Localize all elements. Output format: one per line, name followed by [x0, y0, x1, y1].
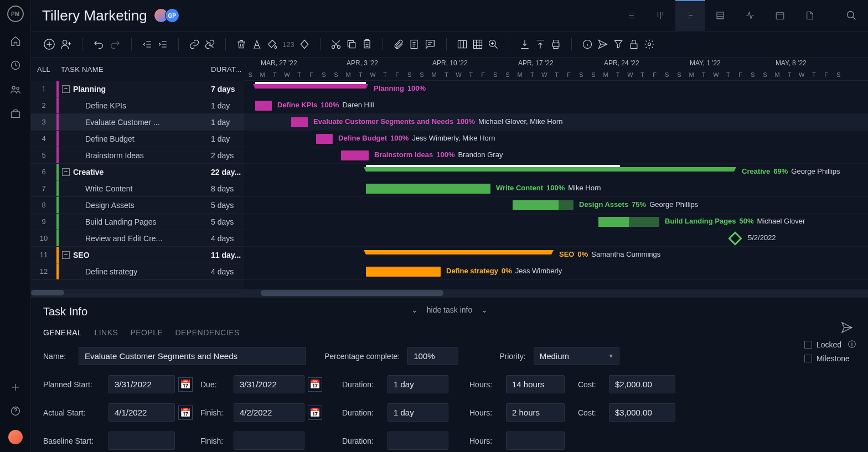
outdent-icon[interactable] [142, 39, 153, 50]
calendar-icon[interactable]: 📅 [178, 406, 193, 420]
paste-icon[interactable] [361, 39, 373, 50]
help-icon[interactable] [10, 406, 21, 417]
grid-icon[interactable] [472, 39, 483, 50]
locked-checkbox[interactable]: Lockedⓘ [804, 340, 856, 350]
task-row[interactable]: 11−SEO11 day... [31, 247, 244, 263]
priority-select[interactable] [534, 347, 619, 365]
task-row[interactable]: 5Brainstorm Ideas2 days [31, 147, 244, 164]
task-bar[interactable] [316, 134, 333, 144]
name-field[interactable] [79, 347, 306, 365]
gantt-row[interactable]: Planning100% [244, 81, 868, 97]
gantt-row[interactable]: 5/2/2022 [244, 230, 868, 247]
finish-field[interactable] [234, 403, 304, 422]
collapse-icon[interactable]: − [62, 168, 70, 176]
task-bar[interactable] [366, 184, 490, 194]
undo-icon[interactable] [92, 38, 105, 50]
redo-icon[interactable] [109, 38, 121, 50]
col-all[interactable]: ALL [31, 65, 56, 74]
task-row[interactable]: 6−Creative22 day... [31, 164, 244, 180]
baseline-finish-field[interactable] [234, 432, 304, 450]
tasklist-scrollbar[interactable] [31, 289, 244, 297]
calendar-view-icon[interactable] [765, 0, 795, 31]
gantt-row[interactable]: Creative69%George Phillips [244, 164, 868, 180]
due-field[interactable] [234, 375, 304, 393]
task-row[interactable]: 8Design Assets5 days [31, 197, 244, 214]
summary-bar[interactable] [366, 250, 551, 254]
avatar[interactable]: GP [165, 8, 179, 23]
gantt-row[interactable]: Write Content100%Mike Horn [244, 180, 868, 197]
task-row[interactable]: 12Define strategy4 days [31, 263, 244, 280]
task-bar[interactable] [598, 217, 659, 227]
baseline-duration-field[interactable] [388, 432, 448, 450]
task-row[interactable]: 2Define KPIs1 day [31, 97, 244, 114]
tab-dependencies[interactable]: DEPENDENCIES [175, 328, 239, 337]
send-icon[interactable] [597, 39, 608, 50]
pct-field[interactable] [407, 347, 458, 365]
task-row[interactable]: 4Define Budget1 day [31, 131, 244, 147]
attach-icon[interactable] [393, 39, 404, 50]
gantt-row[interactable]: Build Landing Pages50%Michael Glover [244, 214, 868, 230]
add-icon[interactable] [11, 382, 20, 392]
recent-icon[interactable] [10, 60, 21, 71]
baseline-start-field[interactable] [108, 432, 175, 450]
user-avatar[interactable] [8, 430, 23, 444]
board-view-icon[interactable] [645, 0, 675, 31]
planned-cost-field[interactable] [609, 375, 675, 393]
activity-view-icon[interactable] [735, 0, 765, 31]
actual-hours-field[interactable] [506, 403, 565, 422]
summary-bar[interactable] [366, 167, 734, 172]
cut-icon[interactable] [330, 39, 342, 50]
planned-start-field[interactable] [108, 375, 175, 393]
team-icon[interactable] [10, 84, 21, 95]
print-icon[interactable] [550, 39, 561, 50]
import-icon[interactable] [519, 39, 530, 50]
task-bar[interactable] [341, 150, 369, 160]
task-bar[interactable] [255, 101, 272, 111]
hide-task-info-button[interactable]: ⌄ hide task info ⌄ [411, 305, 488, 314]
task-row[interactable]: 10Review and Edit Cre...4 days [31, 230, 244, 247]
task-row[interactable]: 1−Planning7 days [31, 81, 244, 97]
tab-links[interactable]: LINKS [94, 328, 118, 337]
task-row[interactable]: 7Write Content8 days [31, 180, 244, 197]
delete-icon[interactable] [236, 39, 247, 50]
gantt-row[interactable]: Brainstorm Ideas100%Brandon Gray [244, 147, 868, 164]
gantt-row[interactable]: Define KPIs100%Daren Hill [244, 97, 868, 114]
task-row[interactable]: 9Build Landing Pages5 days [31, 214, 244, 230]
columns-icon[interactable] [457, 39, 468, 50]
planned-duration-field[interactable] [388, 375, 448, 393]
collapse-icon[interactable]: − [62, 251, 70, 259]
fill-icon[interactable] [267, 39, 278, 50]
planned-hours-field[interactable] [506, 375, 565, 393]
task-bar[interactable] [291, 117, 308, 127]
home-icon[interactable] [10, 35, 21, 46]
task-bar[interactable] [513, 200, 574, 210]
col-name[interactable]: TASK NAME [56, 65, 211, 74]
project-members[interactable]: GP [157, 8, 179, 23]
col-duration[interactable]: DURAT... [211, 65, 244, 74]
export-icon[interactable] [535, 39, 546, 50]
zoom-icon[interactable] [488, 39, 499, 50]
collapse-icon[interactable]: − [62, 85, 70, 93]
task-bar[interactable] [366, 267, 441, 277]
tab-general[interactable]: GENERAL [43, 328, 82, 337]
gantt-row[interactable]: Define Budget100%Jess Wimberly, Mike Hor… [244, 131, 868, 147]
gantt-row[interactable]: Evaluate Customer Segments and Needs100%… [244, 114, 868, 131]
app-logo[interactable]: PM [7, 6, 24, 22]
info-icon[interactable]: ⓘ [848, 340, 856, 350]
actual-duration-field[interactable] [388, 403, 448, 422]
gantt-scrollbar[interactable] [244, 289, 868, 297]
gantt-row[interactable]: SEO0%Samantha Cummings [244, 247, 868, 263]
milestone-icon[interactable] [299, 39, 310, 50]
lock-icon[interactable] [628, 39, 639, 50]
settings-icon[interactable] [644, 39, 655, 50]
add-task-icon[interactable] [43, 38, 55, 50]
milestone-diamond[interactable] [728, 231, 742, 245]
comment-icon[interactable] [424, 38, 436, 50]
link-icon[interactable] [189, 39, 200, 50]
file-view-icon[interactable] [795, 0, 825, 31]
actual-start-field[interactable] [108, 403, 175, 422]
sheet-view-icon[interactable] [705, 0, 735, 31]
list-view-icon[interactable] [616, 0, 645, 31]
copy-icon[interactable] [346, 39, 357, 50]
gantt-view-icon[interactable] [675, 0, 705, 31]
